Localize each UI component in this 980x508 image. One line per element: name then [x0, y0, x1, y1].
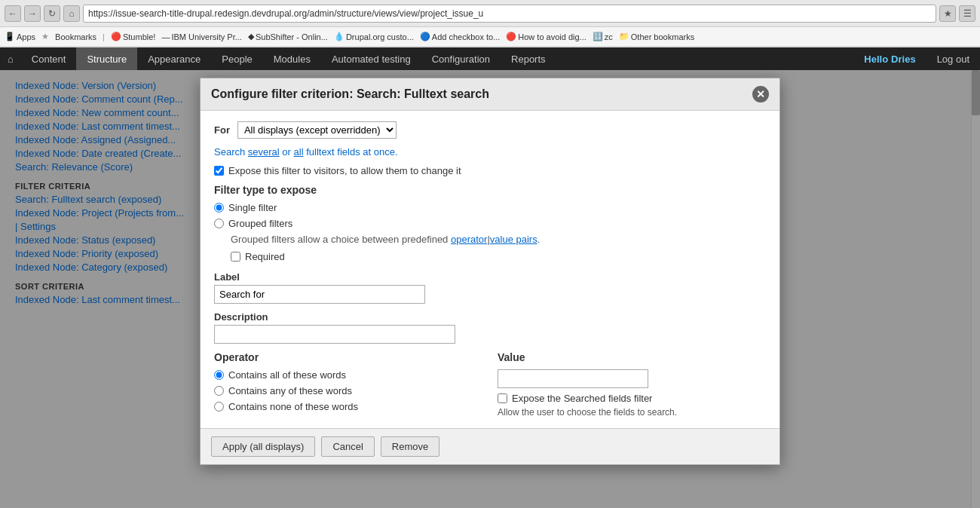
grouped-description: Grouped filters allow a choice between p…	[231, 234, 766, 245]
value-col: Value Expose the Searched fields filter …	[498, 351, 766, 418]
op-all-radio[interactable]	[214, 370, 224, 380]
all-link[interactable]: all	[294, 146, 304, 158]
bookmark-other[interactable]: 📁 Other bookmarks	[619, 32, 694, 41]
browser-chrome: ← → ↻ ⌂ ★ ☰ 📱 Apps ★ Bookmarks | 🔴 Stumb…	[0, 0, 980, 47]
nav-item-appearance[interactable]: Appearance	[137, 47, 211, 70]
menu-button[interactable]: ☰	[959, 5, 975, 22]
description-input[interactable]	[214, 325, 455, 344]
back-button[interactable]: ←	[5, 5, 21, 22]
value-title: Value	[498, 351, 766, 363]
nav-item-content[interactable]: Content	[21, 47, 77, 70]
modal-title-text: Configure filter criterion: Search: Full…	[211, 87, 489, 101]
bookmark-addcheckbox[interactable]: 🔵 Add checkbox to...	[420, 32, 501, 41]
op-none-row: Contains none of these words	[214, 401, 482, 412]
single-filter-row: Single filter	[214, 202, 766, 213]
bookmark-zc[interactable]: 🔢 zc	[593, 32, 613, 41]
nav-item-modules[interactable]: Modules	[263, 47, 321, 70]
bookmark-ibm[interactable]: — IBM University Pr...	[161, 32, 242, 41]
description-field-group: Description	[214, 311, 766, 344]
grouped-filter-label: Grouped filters	[228, 218, 292, 229]
for-label: For	[214, 124, 230, 136]
op-any-radio[interactable]	[214, 386, 224, 396]
label-field-label: Label	[214, 271, 766, 283]
modal-body: For All displays (except overridden) Sea…	[201, 111, 779, 428]
nav-item-reports[interactable]: Reports	[501, 47, 556, 70]
bookmark-star[interactable]: ★	[939, 5, 956, 22]
single-filter-radio[interactable]	[214, 203, 224, 213]
bookmark-avoid[interactable]: 🔴 How to avoid dig...	[506, 32, 586, 41]
grouped-filters-row: Grouped filters	[214, 218, 766, 229]
allow-user-text: Allow the user to choose the fields to s…	[498, 407, 766, 418]
home-button[interactable]: ⌂	[63, 5, 80, 22]
bookmarks-bar: 📱 Apps ★ Bookmarks | 🔴 Stumble! — IBM Un…	[0, 27, 980, 47]
apply-button[interactable]: Apply (all displays)	[211, 436, 315, 457]
expose-searched-label: Expose the Searched fields filter	[512, 393, 652, 404]
required-checkbox[interactable]	[231, 252, 240, 262]
nav-item-automated-testing[interactable]: Automated testing	[321, 47, 421, 70]
page-background: Indexed Node: Version (Version) Indexed …	[0, 70, 980, 508]
address-bar[interactable]	[83, 5, 936, 23]
several-link[interactable]: several	[248, 146, 280, 158]
for-row: For All displays (except overridden)	[214, 121, 766, 139]
nav-right: HelloDries Log out	[850, 47, 980, 70]
grouped-filter-radio[interactable]	[214, 219, 224, 228]
op-any-row: Contains any of these words	[214, 385, 482, 396]
required-label: Required	[245, 251, 285, 262]
expose-checkbox-row: Expose this filter to visitors, to allow…	[214, 165, 766, 176]
nav-item-configuration[interactable]: Configuration	[421, 47, 501, 70]
description-field-label: Description	[214, 311, 766, 323]
bookmark-bookmarks[interactable]: Bookmarks	[55, 32, 96, 41]
for-select[interactable]: All displays (except overridden)	[237, 121, 397, 139]
expose-searched-checkbox[interactable]	[498, 393, 507, 403]
bookmark-drupal[interactable]: 💧 Drupal.org custo...	[334, 32, 414, 41]
search-description: Search several or all fulltext fields at…	[214, 146, 766, 158]
operator-link[interactable]: operator	[451, 234, 487, 245]
modal-title-bar: Configure filter criterion: Search: Full…	[201, 78, 779, 111]
modal-close-button[interactable]: ✕	[752, 86, 769, 103]
single-filter-label: Single filter	[228, 202, 277, 213]
required-row: Required	[231, 251, 766, 262]
expose-searched-row: Expose the Searched fields filter	[498, 393, 766, 404]
reload-button[interactable]: ↻	[44, 5, 60, 22]
expose-label: Expose this filter to visitors, to allow…	[228, 165, 461, 176]
filter-type-title: Filter type to expose	[214, 184, 766, 196]
value-input[interactable]	[498, 369, 648, 388]
nav-item-structure[interactable]: Structure	[76, 47, 137, 70]
logout-button[interactable]: Log out	[926, 47, 980, 70]
cancel-button[interactable]: Cancel	[321, 436, 374, 457]
remove-button[interactable]: Remove	[381, 436, 439, 457]
op-all-label: Contains all of these words	[228, 369, 346, 381]
modal-overlay: Configure filter criterion: Search: Full…	[0, 70, 980, 508]
value-pairs-link[interactable]: value pairs	[490, 234, 537, 245]
bookmark-apps[interactable]: 📱 Apps	[5, 32, 35, 41]
nav-item-people[interactable]: People	[211, 47, 262, 70]
operator-value-section: Operator Contains all of these words Con…	[214, 351, 766, 418]
forward-button[interactable]: →	[24, 5, 41, 22]
expose-checkbox[interactable]	[214, 166, 224, 176]
browser-toolbar: ← → ↻ ⌂ ★ ☰	[0, 0, 980, 27]
home-nav-item[interactable]: ⌂	[0, 47, 21, 70]
hello-greeting: HelloDries	[850, 47, 926, 70]
modal-footer: Apply (all displays) Cancel Remove	[201, 428, 779, 464]
label-field-group: Label	[214, 271, 766, 304]
op-any-label: Contains any of these words	[228, 385, 352, 396]
op-all-row: Contains all of these words	[214, 369, 482, 381]
bookmark-subshifter[interactable]: ◆ SubShifter - Onlin...	[248, 32, 328, 41]
op-none-label: Contains none of these words	[228, 401, 358, 412]
operator-title: Operator	[214, 351, 482, 363]
modal-dialog: Configure filter criterion: Search: Full…	[200, 78, 780, 465]
bookmark-stumble[interactable]: 🔴 Stumble!	[111, 32, 155, 41]
label-input[interactable]	[214, 285, 425, 304]
drupal-admin-nav: ⌂ Content Structure Appearance People Mo…	[0, 47, 980, 70]
op-none-radio[interactable]	[214, 402, 224, 412]
operator-col: Operator Contains all of these words Con…	[214, 351, 482, 418]
